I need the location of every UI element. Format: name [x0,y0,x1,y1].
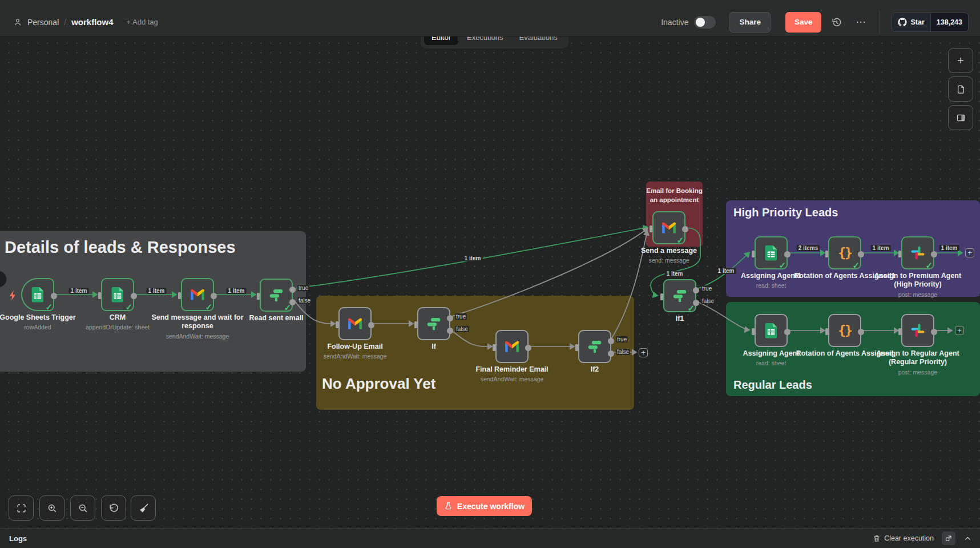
output-port-true[interactable] [289,287,296,293]
clear-execution-button[interactable]: Clear execution [873,534,934,542]
node-subtitle: sendAndWait: message [461,376,563,382]
output-port[interactable] [931,251,937,257]
tidy-up-button[interactable] [131,495,156,521]
node-google-sheets-trigger[interactable]: ✓ Google Sheets Trigger rowAdded [21,278,54,311]
github-icon [898,18,907,27]
node-if[interactable]: true false If [417,307,450,340]
node-subtitle: post: message [867,369,969,376]
logs-bar: Logs Clear execution [0,528,980,548]
input-port[interactable] [650,225,652,232]
node-subtitle: post: message [867,291,969,298]
add-sticky-note-button[interactable] [948,76,973,102]
node-send-message-and-wait[interactable]: ✓ Send message and wait for response sen… [181,278,214,311]
output-port-false[interactable] [447,328,453,334]
breadcrumb-owner[interactable]: Personal [27,18,59,27]
sticky-title: Regular Leads [733,378,812,392]
output-port[interactable] [682,226,688,232]
node-follow-up-email[interactable]: Follow-Up Email sendAndWait: message [338,307,372,340]
github-star-label: Star [910,18,924,26]
output-port[interactable] [858,251,864,257]
output-port[interactable] [368,322,374,328]
input-port[interactable] [825,251,828,257]
sticky-title: Details of leads & Responses [0,231,306,257]
node-subtitle: sendAndWait: message [147,333,248,340]
execute-workflow-button[interactable]: Execute workflow [437,496,532,516]
output-port-false[interactable] [608,350,614,357]
add-node-endpoint[interactable]: + [955,326,964,335]
node-assign-to-premium-agent[interactable]: ✓ Assign to Premium Agent (High Priority… [901,236,934,269]
output-port[interactable] [858,329,864,335]
input-port[interactable] [752,328,755,335]
input-port[interactable] [575,344,578,351]
add-tag-button[interactable]: + Add tag [127,18,158,26]
input-port[interactable] [825,328,828,335]
save-button[interactable]: Save [785,12,822,33]
node-crm[interactable]: ✓ CRM appendOrUpdate: sheet [101,278,134,311]
input-port[interactable] [336,321,338,328]
node-assigning-agent1[interactable]: ✓ Assigning Agent1 read: sheet [755,236,788,269]
node-rotation-of-agents-assigned1[interactable]: {} ✓ Rotation of Agents Assigned1 [828,236,861,269]
input-port[interactable] [898,251,901,257]
input-port[interactable] [660,293,663,300]
slack-icon [909,244,926,261]
google-sheets-icon [109,286,126,303]
undo-button[interactable] [101,495,126,521]
input-port[interactable] [414,321,417,328]
node-assign-to-regular-agent[interactable]: Assign to Regular Agent (Regular Priorit… [901,314,934,347]
port-label-false: false [297,297,312,304]
output-port-true[interactable] [693,287,699,293]
success-check-icon: ✓ [925,260,933,271]
input-port[interactable] [257,293,260,300]
node-rotation-of-agents-assigned[interactable]: {} Rotation of Agents Assigned [828,314,861,347]
node-subtitle: sendAndWait: message [304,353,406,360]
node-subtitle: read: sheet [720,360,822,366]
node-label: Assign to Regular Agent (Regular Priorit… [867,349,969,367]
zoom-to-fit-button[interactable] [9,495,34,521]
open-logs-window-button[interactable] [942,531,955,545]
node-assigning-agent[interactable]: Assigning Agent read: sheet [755,314,788,347]
output-port-true[interactable] [447,315,453,321]
edge-label: 1 item [147,288,167,294]
node-send-a-message[interactable]: ✓ Send a message send: message [652,211,685,244]
input-port[interactable] [98,292,101,299]
input-port[interactable] [493,344,495,351]
node-final-reminder-email[interactable]: Final Reminder Email sendAndWait: messag… [495,330,529,363]
output-port[interactable] [784,329,791,335]
workflow-name[interactable]: workflow4 [71,17,113,27]
success-check-icon: ✓ [205,302,212,312]
output-port[interactable] [211,293,217,299]
add-node-endpoint[interactable]: + [965,248,974,257]
lightning-icon [9,290,17,301]
node-if2[interactable]: true false If2 [578,330,611,363]
input-port[interactable] [898,328,901,335]
output-port-false[interactable] [693,300,699,306]
workflow-history-button[interactable] [832,17,842,27]
gmail-icon [346,315,364,332]
active-toggle[interactable] [694,16,716,29]
share-button[interactable]: Share [729,12,771,33]
input-port[interactable] [752,251,755,257]
zoom-in-button[interactable] [39,495,64,521]
output-port-false[interactable] [289,299,296,305]
chevron-up-icon[interactable] [963,534,972,543]
node-if1[interactable]: ✓ true false If1 [663,279,696,312]
node-label: Send a message [618,247,720,255]
more-options-button[interactable]: ⋯ [856,16,866,28]
output-port[interactable] [931,329,937,335]
zoom-out-button[interactable] [70,495,95,521]
output-port[interactable] [784,251,791,257]
add-node-endpoint[interactable]: + [639,348,648,357]
output-port[interactable] [131,293,137,299]
toggle-panel-button[interactable] [948,105,973,130]
github-star-widget[interactable]: Star 138,243 [892,13,969,32]
output-port[interactable] [525,345,531,351]
node-label: Assign to Premium Agent (High Priority) [867,272,969,289]
input-port[interactable] [178,292,181,299]
output-port[interactable] [51,293,57,299]
edge-label: 1 item [665,271,685,277]
node-read-sent-email[interactable]: ✓ true false Read sent email [260,279,293,312]
output-port-true[interactable] [608,338,614,344]
edge-label: 1 item [463,255,483,261]
node-label: Read sent email [225,314,327,323]
add-node-button[interactable] [948,48,973,73]
